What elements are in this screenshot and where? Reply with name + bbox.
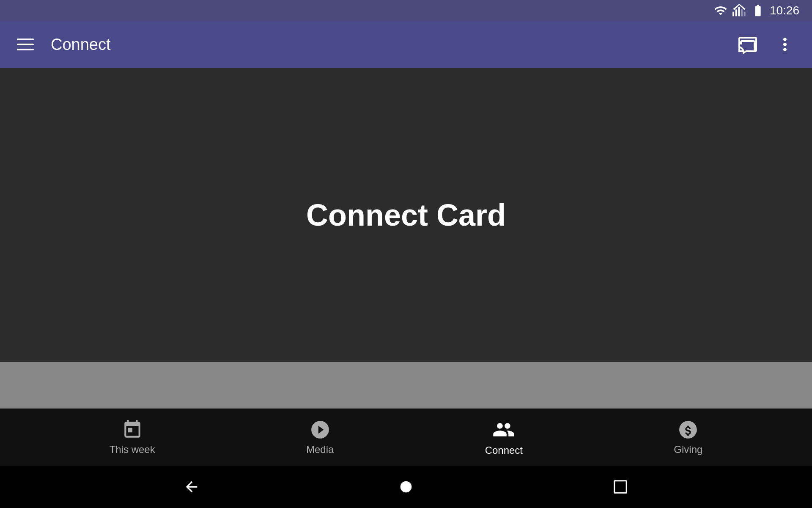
hamburger-menu-button[interactable] — [13, 34, 38, 55]
svg-rect-1 — [735, 9, 737, 16]
nav-item-giving[interactable]: Giving — [661, 415, 715, 460]
wifi-icon — [714, 4, 727, 17]
chat-icon-button[interactable] — [733, 30, 762, 59]
svg-rect-2 — [738, 7, 740, 16]
status-icons: 10:26 — [714, 4, 799, 17]
nav-label-giving: Giving — [674, 444, 702, 456]
main-content: Connect Card — [0, 68, 812, 362]
status-time: 10:26 — [770, 4, 799, 17]
back-button[interactable] — [179, 474, 204, 500]
more-options-icon — [775, 34, 795, 55]
recents-icon — [612, 479, 628, 495]
connect-card-title: Connect Card — [306, 198, 506, 232]
signal-icon — [732, 4, 746, 17]
app-bar: Connect — [0, 21, 812, 68]
home-button[interactable] — [393, 474, 419, 500]
nav-label-connect: Connect — [485, 444, 523, 456]
play-circle-icon — [310, 419, 331, 440]
svg-rect-3 — [741, 9, 743, 16]
giving-icon — [678, 419, 699, 440]
more-options-button[interactable] — [771, 30, 799, 59]
people-icon — [492, 418, 515, 441]
app-bar-actions — [733, 30, 799, 59]
nav-label-this-week: This week — [110, 444, 155, 456]
home-icon — [398, 478, 414, 495]
bottom-nav: This week Media Connect Giving — [0, 409, 812, 466]
nav-item-media[interactable]: Media — [294, 415, 346, 460]
nav-label-media: Media — [306, 444, 334, 456]
nav-item-this-week[interactable]: This week — [97, 415, 168, 460]
svg-rect-7 — [614, 481, 626, 493]
svg-rect-0 — [732, 12, 734, 17]
status-bar: 10:26 — [0, 0, 812, 21]
back-icon — [183, 478, 200, 495]
app-bar-title: Connect — [51, 36, 733, 54]
battery-icon — [751, 4, 765, 17]
system-nav — [0, 466, 812, 508]
grey-area — [0, 362, 812, 409]
nav-item-connect[interactable]: Connect — [472, 414, 535, 461]
svg-point-6 — [401, 481, 412, 493]
recents-button[interactable] — [608, 474, 633, 500]
svg-rect-4 — [744, 12, 746, 17]
calendar-icon — [122, 419, 143, 440]
chat-icon — [738, 34, 758, 55]
